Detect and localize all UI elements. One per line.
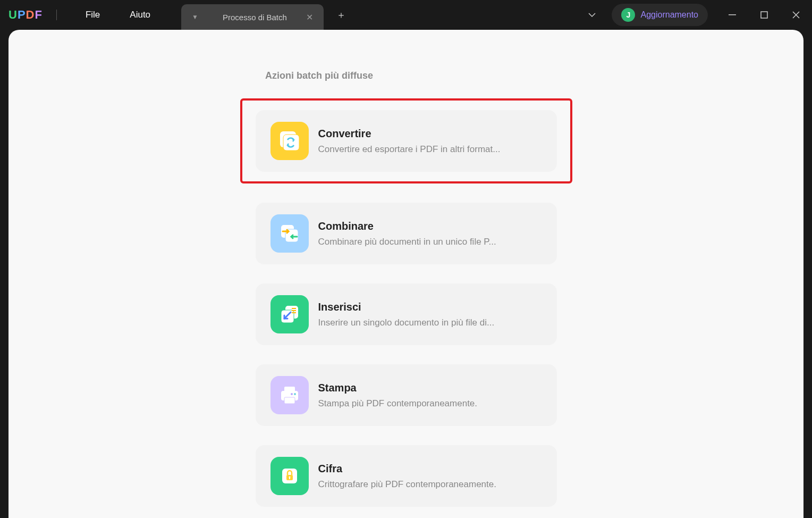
user-badge[interactable]: J Aggiornamento bbox=[612, 4, 708, 26]
svg-point-14 bbox=[294, 393, 296, 395]
logo-f: F bbox=[35, 8, 42, 22]
svg-rect-13 bbox=[284, 397, 295, 404]
svg-point-15 bbox=[291, 393, 293, 395]
tab-bar: ▼ Processo di Batch ✕ ＋ bbox=[181, 0, 346, 30]
insert-icon bbox=[270, 295, 309, 333]
app-logo: U P D F bbox=[9, 8, 43, 22]
menu-help[interactable]: Aiuto bbox=[115, 10, 165, 20]
menu-file[interactable]: File bbox=[71, 10, 115, 20]
convert-icon bbox=[270, 122, 309, 160]
card-convert[interactable]: Convertire Convertire ed esportare i PDF… bbox=[256, 110, 557, 172]
title-bar: U P D F File Aiuto ▼ Processo di Batch ✕… bbox=[0, 0, 812, 30]
svg-rect-0 bbox=[729, 14, 736, 15]
svg-rect-1 bbox=[761, 12, 767, 18]
svg-rect-3 bbox=[283, 135, 299, 151]
logo-p: P bbox=[18, 8, 26, 22]
tab-label: Processo di Batch bbox=[223, 13, 287, 22]
logo-u: U bbox=[9, 8, 18, 22]
close-tab-icon[interactable]: ✕ bbox=[306, 12, 313, 22]
card-convert-highlight: Convertire Convertire ed esportare i PDF… bbox=[240, 98, 572, 183]
card-insert-desc: Inserire un singolo documento in più fil… bbox=[318, 318, 495, 328]
new-tab-button[interactable]: ＋ bbox=[336, 9, 346, 21]
print-icon bbox=[270, 376, 309, 414]
card-convert-title: Convertire bbox=[318, 128, 501, 140]
card-print-desc: Stampa più PDF contemporaneamente. bbox=[318, 398, 478, 409]
batch-action-list: Convertire Convertire ed esportare i PDF… bbox=[9, 98, 803, 507]
content-area: Azioni batch più diffuse bbox=[9, 30, 803, 518]
card-insert-title: Inserisci bbox=[318, 301, 495, 313]
close-button[interactable] bbox=[789, 7, 803, 22]
encrypt-icon bbox=[270, 457, 309, 495]
svg-rect-9 bbox=[292, 310, 296, 311]
card-combine-desc: Combinare più documenti in un unico file… bbox=[318, 237, 496, 247]
title-bar-right: J Aggiornamento bbox=[581, 4, 803, 26]
user-avatar: J bbox=[621, 8, 635, 22]
section-title: Azioni batch più diffuse bbox=[265, 70, 803, 81]
card-encrypt-desc: Crittografare più PDF contemporaneamente… bbox=[318, 479, 496, 490]
card-combine[interactable]: Combinare Combinare più documenti in un … bbox=[256, 203, 557, 264]
minimize-button[interactable] bbox=[725, 7, 740, 22]
svg-rect-10 bbox=[292, 312, 296, 313]
svg-rect-19 bbox=[289, 477, 290, 479]
svg-rect-8 bbox=[292, 308, 296, 309]
window-controls bbox=[725, 7, 803, 22]
maximize-button[interactable] bbox=[757, 7, 772, 22]
tab-list-dropdown-icon[interactable] bbox=[581, 9, 603, 22]
tab-batch-process[interactable]: ▼ Processo di Batch ✕ bbox=[181, 4, 324, 30]
logo-d: D bbox=[26, 8, 35, 22]
card-insert[interactable]: Inserisci Inserire un singolo documento … bbox=[256, 283, 557, 345]
card-encrypt-title: Cifra bbox=[318, 463, 496, 475]
tab-dropdown-icon[interactable]: ▼ bbox=[192, 13, 198, 21]
user-label: Aggiornamento bbox=[640, 10, 698, 20]
card-print[interactable]: Stampa Stampa più PDF contemporaneamente… bbox=[256, 364, 557, 426]
card-print-title: Stampa bbox=[318, 382, 478, 394]
divider bbox=[56, 10, 57, 20]
card-combine-title: Combinare bbox=[318, 220, 496, 232]
card-convert-desc: Convertire ed esportare i PDF in altri f… bbox=[318, 144, 501, 155]
card-encrypt[interactable]: Cifra Crittografare più PDF contemporane… bbox=[256, 445, 557, 507]
combine-icon bbox=[270, 214, 309, 253]
